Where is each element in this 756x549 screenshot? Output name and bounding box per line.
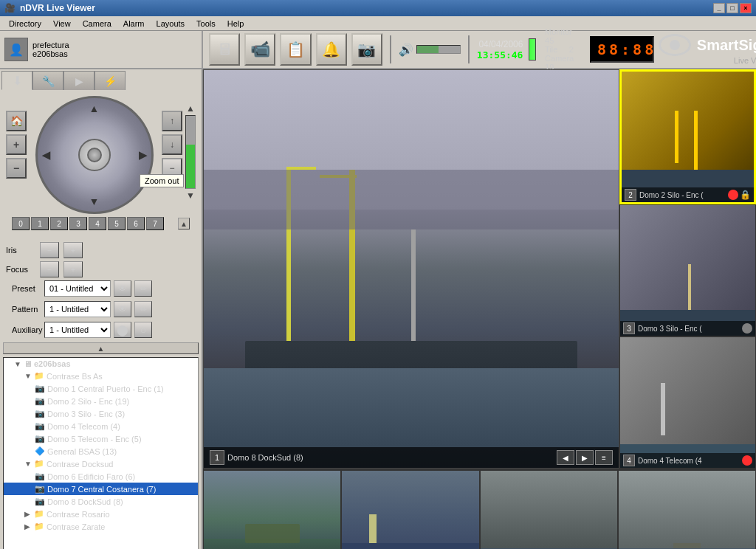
right-area: 1 Domo 8 DockSud (8) ◀ ▶ ≡ xyxy=(203,69,756,549)
ptz-center-btn[interactable] xyxy=(78,139,111,171)
minimize-button[interactable]: _ xyxy=(713,3,725,13)
tree-cam-domo7[interactable]: 📷 Domo 7 Central Costanera (7) xyxy=(4,483,198,495)
preset-view-btn[interactable]: 👁 xyxy=(114,280,131,297)
time-display: 13:55:46 xyxy=(477,49,523,61)
iris-plus-btn[interactable]: + xyxy=(63,242,83,258)
ptz-down-arrow[interactable]: ▼ xyxy=(89,196,100,207)
toolbar-btn-cameras[interactable]: 📹 xyxy=(244,33,275,66)
menu-view[interactable]: View xyxy=(47,18,77,30)
close-button[interactable]: × xyxy=(740,3,752,13)
maximize-button[interactable]: □ xyxy=(726,3,738,13)
menu-bar: Directory View Camera Alarm Layouts Tool… xyxy=(0,16,756,31)
tree-cam-domo2[interactable]: 📷 Domo 2 Silo - Enc (19) xyxy=(4,395,198,407)
tree-cam-general[interactable]: 🔷 General BSAS (13) xyxy=(4,445,198,458)
numpad-2[interactable]: 2 xyxy=(50,217,68,230)
volume-slider[interactable] xyxy=(416,45,461,54)
aux-btn2[interactable]: ○ xyxy=(134,322,152,338)
focus-minus-btn[interactable]: − xyxy=(40,261,59,277)
menu-tools[interactable]: Tools xyxy=(190,18,221,30)
ptz-r-btn1[interactable]: ↑ xyxy=(162,111,182,131)
ptz-zoom-in-btn[interactable]: + xyxy=(6,134,27,155)
user-info: prefectura e206bsas xyxy=(32,41,69,58)
zoom-down-btn[interactable]: ▼ xyxy=(186,190,195,201)
tree-cam-domo6[interactable]: 📷 Domo 6 Edificio Faro (6) xyxy=(4,470,198,483)
iris-minus-btn[interactable]: − xyxy=(40,242,59,258)
tab-flash[interactable]: ⚡ xyxy=(94,71,126,90)
cam4-bg xyxy=(620,337,755,468)
ptz-left-arrow[interactable]: ◀ xyxy=(42,149,50,161)
toolbar-btn-config[interactable]: 📋 xyxy=(280,33,311,66)
bottom-cam-7[interactable]: 7 Domo 6 Edificio Far xyxy=(480,470,618,549)
tree-group-bsas[interactable]: ▼ 📁 Contrase Bs As xyxy=(4,370,198,382)
tree-scroll-up[interactable]: ▲ xyxy=(3,342,199,354)
aux-btn1[interactable]: ⬤ xyxy=(114,322,131,338)
tree-root[interactable]: ▼ 🖥 e206bsas xyxy=(4,358,198,370)
cam5-bg xyxy=(204,471,340,549)
main-camera-view[interactable]: 1 Domo 8 DockSud (8) ◀ ▶ ≡ xyxy=(203,69,619,469)
camera-dome-icon8: 📷 xyxy=(35,497,45,506)
scroll-up-btn[interactable]: ▲ xyxy=(178,218,190,229)
menu-camera[interactable]: Camera xyxy=(77,18,117,30)
zoom-up-btn[interactable]: ▲ xyxy=(186,103,195,114)
user-id: e206bsas xyxy=(32,49,69,58)
window-controls[interactable]: _ □ × xyxy=(713,3,752,13)
cam2-status-indicator xyxy=(728,190,738,200)
tree-cam-domo4[interactable]: 📷 Domo 4 Telecom (4) xyxy=(4,420,198,432)
cam-next-btn[interactable]: ▶ xyxy=(576,450,594,465)
focus-plus-btn[interactable]: + xyxy=(63,261,83,277)
numpad-4[interactable]: 4 xyxy=(89,217,106,230)
ptz-r-btn2[interactable]: ↓ xyxy=(162,134,182,155)
pattern-edit-btn[interactable]: ✏ xyxy=(134,301,152,317)
cam3-bg xyxy=(620,205,755,336)
toolbar-btn-alarm[interactable]: 🔔 xyxy=(316,33,347,66)
cam-menu-btn[interactable]: ≡ xyxy=(595,450,613,465)
numpad-3[interactable]: 3 xyxy=(69,217,87,230)
preset-select[interactable]: 01 - Untitled 02 - Untitled xyxy=(44,280,111,297)
ptz-home-btn[interactable]: 🏠 xyxy=(6,111,27,131)
app-icon: 🎥 xyxy=(4,3,16,13)
numpad-5[interactable]: 5 xyxy=(108,217,126,230)
menu-layouts[interactable]: Layouts xyxy=(151,18,191,30)
cam4-label: 4 Domo 4 Telecom (4 xyxy=(620,453,755,468)
tree-group-zarate[interactable]: ▶ 📁 Contrase Zarate xyxy=(4,520,198,533)
cam-prev-btn[interactable]: ◀ xyxy=(557,450,574,465)
pattern-view-btn[interactable]: 👁 xyxy=(114,301,131,317)
ptz-up-arrow[interactable]: ▲ xyxy=(89,103,100,114)
menu-directory[interactable]: Directory xyxy=(3,18,47,30)
menu-alarm[interactable]: Alarm xyxy=(117,18,151,30)
numpad-6[interactable]: 6 xyxy=(127,217,145,230)
numpad-0[interactable]: 0 xyxy=(12,217,30,230)
group-expand-icon: ▼ xyxy=(24,372,32,380)
toolbar-divider xyxy=(390,35,391,63)
domo5-label: Domo 5 Telecom - Enc (5) xyxy=(47,435,142,443)
zoom-out-btn[interactable]: − xyxy=(162,158,182,179)
tree-cam-domo8[interactable]: 📷 Domo 8 DockSud (8) xyxy=(4,495,198,508)
numpad-7[interactable]: 7 xyxy=(146,217,164,230)
menu-help[interactable]: Help xyxy=(221,18,250,30)
tree-group-docksud[interactable]: ▼ 📁 Contrase Docksud xyxy=(4,458,198,470)
preset-edit-btn[interactable]: ✏ xyxy=(134,280,152,297)
camera-dome-icon7: 📷 xyxy=(35,484,45,494)
ptz-right-arrow[interactable]: ▶ xyxy=(139,149,147,161)
tree-group-rosario[interactable]: ▶ 📁 Contrase Rosario xyxy=(4,508,198,520)
side-cam-4[interactable]: 4 Domo 4 Telecom (4 xyxy=(619,336,756,469)
tree-cam-domo5[interactable]: 📷 Domo 5 Telecom - Enc (5) xyxy=(4,432,198,445)
numpad-1[interactable]: 1 xyxy=(31,217,49,230)
ptz-zoom-out-btn[interactable]: − xyxy=(6,158,27,179)
bottom-cam-6[interactable]: 6 Domo 1 Central Pu xyxy=(341,470,479,549)
bottom-cam-5[interactable]: 5 Domo 7 Central Cc xyxy=(203,470,341,549)
tab-record[interactable]: ▶ xyxy=(63,71,94,90)
username: prefectura xyxy=(32,41,69,49)
bottom-cam-8[interactable]: 8 Domo 5 Telecom - l xyxy=(618,470,756,549)
toolbar-btn-snapshot[interactable]: 📷 xyxy=(351,33,382,66)
tree-cam-domo3[interactable]: 📷 Domo 3 Silo - Enc (3) xyxy=(4,407,198,420)
tab-download[interactable]: ⬇ xyxy=(1,71,32,90)
pattern-select[interactable]: 1 - Untitled xyxy=(44,301,111,317)
auxiliary-select[interactable]: 1 - Untitled xyxy=(44,322,111,338)
side-cam-2[interactable]: 2 Domo 2 Silo - Enc ( 🔒 xyxy=(619,69,756,204)
tree-cam-domo1[interactable]: 📷 Domo 1 Central Puerto - Enc (1) xyxy=(4,382,198,395)
tab-settings[interactable]: 🔧 xyxy=(32,71,63,90)
toolbar-btn-monitor[interactable]: 🖥 xyxy=(209,33,240,66)
date-display: 04/04/2006 xyxy=(477,39,523,49)
side-cam-3[interactable]: 3 Domo 3 Silo - Enc ( xyxy=(619,204,756,336)
